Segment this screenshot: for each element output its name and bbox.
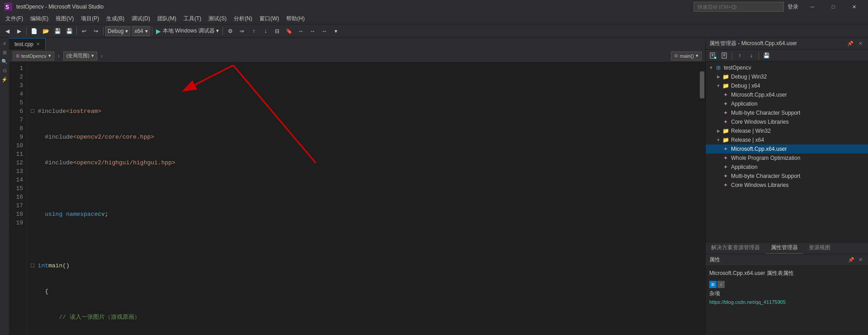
toolbar-btn-extra5[interactable]: ⊟ bbox=[272, 26, 283, 37]
sign-in-link[interactable]: 登录 bbox=[788, 3, 798, 11]
activity-icon-4[interactable]: ⊙ bbox=[1, 67, 8, 74]
prop-misc-row: 杂项 bbox=[709, 290, 864, 298]
new-file-button[interactable]: 📄 bbox=[28, 26, 39, 37]
tab-close-btn[interactable]: ✕ bbox=[36, 42, 40, 47]
tree-multibyte-debug[interactable]: ✦ Multi-byte Character Support bbox=[706, 108, 868, 117]
save-all-button[interactable]: 💾 bbox=[64, 26, 75, 37]
tab-test-cpp[interactable]: test.cpp ✕ bbox=[9, 38, 46, 50]
menu-edit[interactable]: 编辑(E) bbox=[27, 14, 52, 24]
bookmark-btn[interactable]: 🔖 bbox=[283, 26, 294, 37]
pm-new-property-btn[interactable] bbox=[708, 50, 718, 61]
minimize-button[interactable]: ─ bbox=[802, 0, 823, 14]
close-button[interactable]: ✕ bbox=[844, 0, 864, 14]
menu-build[interactable]: 生成(B) bbox=[103, 14, 128, 24]
panel-close-btn[interactable]: ✕ bbox=[856, 40, 864, 48]
project-icon: ⊞ bbox=[715, 64, 722, 71]
pm-save-btn[interactable]: 💾 bbox=[761, 50, 772, 61]
properties-header: 属性 📌 ✕ bbox=[706, 254, 868, 266]
debug-x64-icon: 📁 bbox=[722, 82, 729, 89]
tab-property-manager[interactable]: 属性管理器 bbox=[765, 242, 803, 254]
scope-dropdown[interactable]: (全局范围) ▾ bbox=[63, 51, 97, 60]
tree-debug-x64[interactable]: ▼ 📁 Debug | x64 bbox=[706, 81, 868, 90]
toolbar-btn-extra2[interactable]: ⇒ bbox=[236, 26, 247, 37]
pm-add-existing-btn[interactable] bbox=[719, 50, 730, 61]
build-config-dropdown[interactable]: Debug ▾ bbox=[105, 26, 130, 36]
tree-ms-cpp-debug[interactable]: ✦ Microsoft.Cpp.x64.user bbox=[706, 90, 868, 99]
pm-down-btn[interactable]: ↓ bbox=[746, 50, 757, 61]
mb-release-icon: ✦ bbox=[722, 172, 729, 180]
code-line-7 bbox=[27, 236, 699, 244]
toolbar-btn-extra6[interactable]: ↔ bbox=[295, 26, 306, 37]
app-debug-icon: ✦ bbox=[722, 100, 729, 107]
tree-release-x64[interactable]: ▼ 📁 Release | x64 bbox=[706, 135, 868, 144]
menu-team[interactable]: 团队(M) bbox=[154, 14, 180, 24]
editor-scrollbar[interactable] bbox=[699, 62, 705, 335]
property-manager-header: 属性管理器 - Microsoft.Cpp.x64.user 📌 ✕ bbox=[706, 38, 868, 50]
pm-up-btn[interactable]: ↑ bbox=[734, 50, 745, 61]
back-button[interactable]: ◀ bbox=[2, 26, 13, 37]
menu-window[interactable]: 窗口(W) bbox=[256, 14, 283, 24]
save-button[interactable]: 💾 bbox=[52, 26, 63, 37]
menu-project[interactable]: 项目(P) bbox=[77, 14, 103, 24]
tree-release-win32[interactable]: ▶ 📁 Release | Win32 bbox=[706, 126, 868, 135]
activity-icon-2[interactable]: ⊞ bbox=[1, 49, 8, 56]
ms-cpp-debug-icon: ✦ bbox=[722, 91, 729, 98]
properties-content: Microsoft.Cpp.x64.user 属性表属性 ⊞ ↕ 杂项 http… bbox=[706, 266, 868, 335]
tree-whole-program[interactable]: ✦ Whole Program Optimization bbox=[706, 154, 868, 163]
tab-solution-explorer[interactable]: 解决方案资源管理器 bbox=[706, 242, 765, 254]
mb-debug-icon: ✦ bbox=[722, 109, 729, 116]
tree-application-debug[interactable]: ✦ Application bbox=[706, 99, 868, 108]
panel-pin-btn[interactable]: 📌 bbox=[846, 40, 854, 48]
code-line-1 bbox=[27, 81, 699, 90]
menu-analyze[interactable]: 分析(N) bbox=[230, 14, 256, 24]
toolbar-btn-extra1[interactable]: ⚙ bbox=[225, 26, 236, 37]
tab-bar: test.cpp ✕ bbox=[9, 38, 705, 50]
tree-corewin-release[interactable]: ✦ Core Windows Libraries bbox=[706, 181, 868, 190]
activity-icon-5[interactable]: ⚡ bbox=[1, 76, 8, 83]
activity-bar: ≡ ⊞ 🔍 ⊙ ⚡ bbox=[0, 38, 9, 335]
toolbar-btn-extra8[interactable]: ↔ bbox=[319, 26, 330, 37]
code-content[interactable]: □ #include <iostream> #include <opencv2/… bbox=[27, 62, 699, 335]
right-panel: 属性管理器 - Microsoft.Cpp.x64.user 📌 ✕ bbox=[705, 38, 868, 335]
prop-pin-btn[interactable]: 📌 bbox=[847, 256, 855, 264]
tree-multibyte-release[interactable]: ✦ Multi-byte Character Support bbox=[706, 172, 868, 181]
tree-root-testopencv[interactable]: ▼ ⊞ testOpencv bbox=[706, 63, 868, 72]
ms-cpp-release-icon: ✦ bbox=[722, 145, 729, 153]
tree-ms-cpp-release[interactable]: ✦ Microsoft.Cpp.x64.user bbox=[706, 144, 868, 154]
function-dropdown[interactable]: ⚙ main() ▾ bbox=[671, 51, 702, 60]
prop-close-btn[interactable]: ✕ bbox=[856, 256, 864, 264]
tab-resource-view[interactable]: 资源视图 bbox=[803, 242, 836, 254]
redo-button[interactable]: ↪ bbox=[90, 26, 101, 37]
prop-icon-grid[interactable]: ⊞ bbox=[709, 281, 717, 288]
platform-dropdown[interactable]: x64 ▾ bbox=[132, 26, 150, 36]
menu-tools[interactable]: 工具(T) bbox=[180, 14, 205, 24]
undo-button[interactable]: ↩ bbox=[79, 26, 90, 37]
run-button[interactable]: ▶ 本地 Windows 调试器 ▾ bbox=[154, 27, 221, 35]
menu-file[interactable]: 文件(F) bbox=[2, 14, 27, 24]
menu-test[interactable]: 测试(S) bbox=[205, 14, 230, 24]
toolbar-btn-extra3[interactable]: ↑ bbox=[248, 26, 259, 37]
tree-application-release[interactable]: ✦ Application bbox=[706, 163, 868, 172]
toolbar-btn-extra9[interactable]: ▾ bbox=[330, 26, 341, 37]
menu-debug[interactable]: 调试(D) bbox=[128, 14, 154, 24]
activity-icon-3[interactable]: 🔍 bbox=[1, 58, 8, 65]
toolbar-btn-extra4[interactable]: ↓ bbox=[260, 26, 271, 37]
property-tree-view[interactable]: ▼ ⊞ testOpencv ▶ 📁 Debug | Win32 ▼ 📁 Deb… bbox=[706, 61, 868, 242]
sep-arrow2: › bbox=[101, 53, 103, 59]
open-button[interactable]: 📂 bbox=[40, 26, 51, 37]
toolbar-btn-extra7[interactable]: ↔ bbox=[307, 26, 318, 37]
menu-view[interactable]: 视图(V) bbox=[52, 14, 77, 24]
prop-icon-sort[interactable]: ↕ bbox=[717, 281, 725, 288]
code-line-9: { bbox=[27, 287, 699, 296]
tree-debug-win32[interactable]: ▶ 📁 Debug | Win32 bbox=[706, 72, 868, 81]
maximize-button[interactable]: □ bbox=[823, 0, 844, 14]
tree-corewin-debug[interactable]: ✦ Core Windows Libraries bbox=[706, 117, 868, 126]
file-selector-dropdown[interactable]: ⊞ testOpencv ▾ bbox=[13, 51, 54, 60]
quick-launch-input[interactable] bbox=[693, 2, 784, 12]
activity-icon-1[interactable]: ≡ bbox=[1, 40, 8, 47]
property-manager-title: 属性管理器 - Microsoft.Cpp.x64.user bbox=[709, 40, 844, 47]
code-line-5 bbox=[27, 184, 699, 193]
code-editor: 1 2 3 4 5 6 7 8 9 10 11 12 13 14 15 16 1 bbox=[9, 62, 705, 335]
menu-help[interactable]: 帮助(H) bbox=[283, 14, 308, 24]
forward-button[interactable]: ▶ bbox=[14, 26, 24, 37]
